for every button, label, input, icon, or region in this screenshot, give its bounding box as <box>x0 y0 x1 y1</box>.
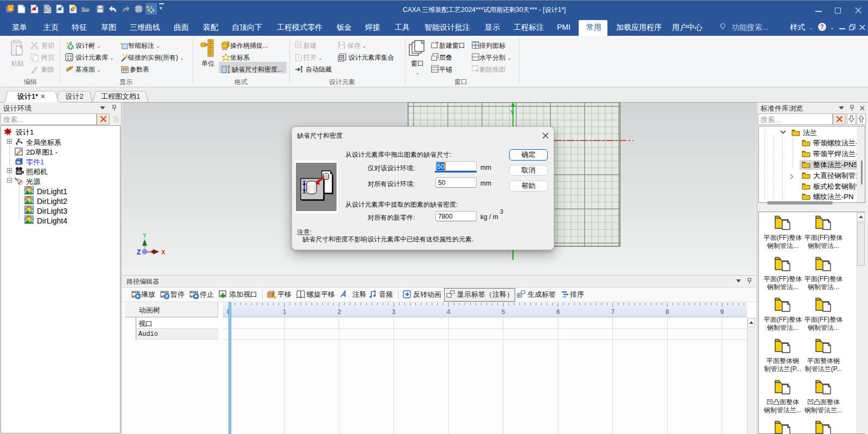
svg-text:Z: Z <box>137 248 141 256</box>
svg-text:Y: Y <box>143 233 147 239</box>
svg-text:X: X <box>161 249 165 256</box>
